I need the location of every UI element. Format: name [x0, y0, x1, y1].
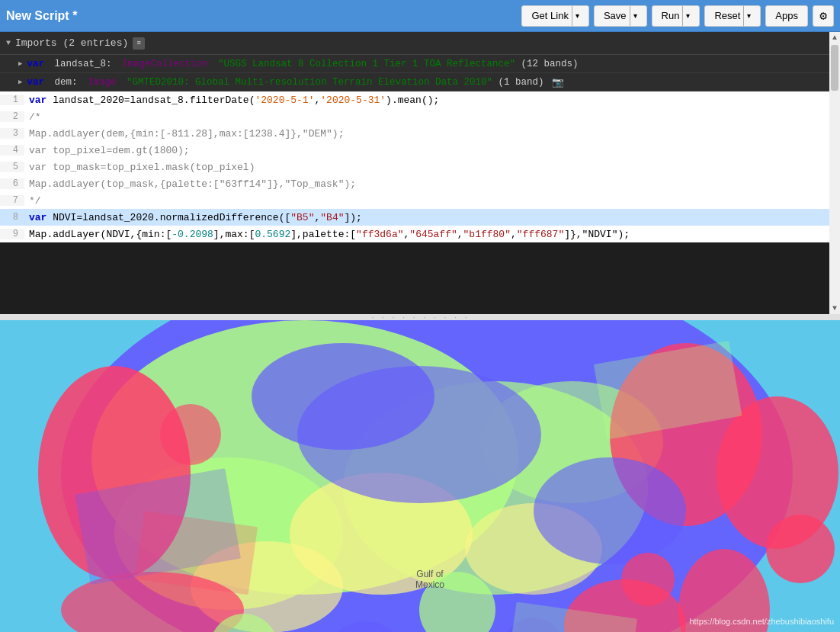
- line-content-3[interactable]: Map.addLayer(dem,{min:[-811.28],max:[123…: [24, 127, 348, 140]
- toolbar: New Script * Get Link ▾ Save ▾ Run ▾ Res…: [0, 0, 840, 32]
- imports-copy-icon[interactable]: ≡: [133, 37, 145, 50]
- line-content-1[interactable]: var landsat_2020=landsat_8.filterDate('2…: [24, 94, 444, 107]
- page-title: New Script *: [6, 9, 517, 23]
- import-dem-camera-icon[interactable]: 📷: [552, 76, 564, 88]
- scrollbar-up-icon[interactable]: ▲: [831, 32, 838, 43]
- import-landsat-name: landsat_8:: [49, 59, 117, 69]
- code-line-2: 2 /*: [0, 108, 840, 125]
- line-content-6[interactable]: Map.addLayer(top_mask,{palette:["63ff14"…: [24, 178, 361, 191]
- import-dem-type: Image: [88, 77, 117, 88]
- line-number-4: 4: [0, 145, 24, 156]
- run-button[interactable]: Run ▾: [652, 5, 701, 27]
- svg-point-19: [160, 404, 221, 465]
- save-arrow-icon[interactable]: ▾: [630, 6, 640, 26]
- import-arrow-icon: ▶: [18, 59, 22, 68]
- import-var-keyword: var: [27, 59, 44, 69]
- line-number-5: 5: [0, 162, 24, 172]
- code-line-3: 3 Map.addLayer(dem,{min:[-811.28],max:[1…: [0, 125, 840, 142]
- reset-arrow-icon[interactable]: ▾: [743, 6, 754, 26]
- imports-label: Imports (2 entries): [15, 37, 128, 49]
- import-dem-desc: "GMTED2010: Global Multi-resolution Terr…: [120, 77, 543, 88]
- panel-drag-handle[interactable]: · · · · · · · · · ·: [0, 314, 840, 320]
- line-number-9: 9: [0, 229, 24, 239]
- import-dem-arrow-icon: ▶: [18, 78, 22, 86]
- code-body: 1 var landsat_2020=landsat_8.filterDate(…: [0, 91, 840, 242]
- gulf-line1: Gulf of: [416, 569, 443, 579]
- imports-bar: ▼ Imports (2 entries) ≡: [0, 32, 840, 55]
- svg-point-17: [252, 343, 434, 450]
- code-line-5: 5 var top_mask=top_pixel.mask(top_pixel): [0, 159, 840, 175]
- line-content-7[interactable]: */: [24, 194, 46, 207]
- line-number-2: 2: [0, 111, 24, 122]
- import-entry-dem: ▶ var dem: Image "GMTED2010: Global Mult…: [0, 73, 840, 91]
- line-content-8[interactable]: var NDVI=landsat_2020.normalizedDifferen…: [24, 211, 367, 224]
- reset-label: Reset: [711, 10, 743, 21]
- import-landsat-desc: "USGS Landsat 8 Collection 1 Tier 1 TOA …: [212, 59, 578, 69]
- code-line-7: 7 */: [0, 192, 840, 209]
- gulf-of-mexico-label: Gulf of Mexico: [415, 569, 444, 590]
- save-label: Save: [601, 10, 630, 21]
- apps-button[interactable]: Apps: [765, 5, 808, 27]
- gear-button[interactable]: ⚙: [813, 5, 834, 27]
- scrollbar-thumb[interactable]: [831, 45, 838, 91]
- import-entry-landsat: ▶ var landsat_8: ImageCollection "USGS L…: [0, 55, 840, 73]
- svg-point-25: [766, 515, 835, 583]
- code-line-4: 4 var top_pixel=dem.gt(1800);: [0, 142, 840, 159]
- svg-point-22: [621, 553, 675, 606]
- line-number-1: 1: [0, 95, 24, 105]
- map-area: Gulf of Mexico https://blog.csdn.net/zhe…: [0, 320, 840, 632]
- imports-collapse-icon[interactable]: ▼: [6, 39, 11, 47]
- editor-area: ▼ Imports (2 entries) ≡ ▶ var landsat_8:…: [0, 32, 840, 314]
- gulf-line2: Mexico: [415, 579, 444, 590]
- run-label: Run: [659, 10, 683, 21]
- get-link-button[interactable]: Get Link ▾: [521, 5, 588, 27]
- save-button[interactable]: Save ▾: [594, 5, 647, 27]
- get-link-label: Get Link: [528, 10, 571, 21]
- import-dem-name: dem:: [49, 77, 83, 88]
- line-content-2[interactable]: /*: [24, 111, 46, 124]
- reset-button[interactable]: Reset ▾: [704, 5, 761, 27]
- line-content-9[interactable]: Map.addLayer(NDVI,{min:[-0.2098],max:[0.…: [24, 228, 634, 241]
- code-line-9: 9 Map.addLayer(NDVI,{min:[-0.2098],max:[…: [0, 226, 840, 242]
- run-arrow-icon[interactable]: ▾: [682, 6, 693, 26]
- svg-point-18: [534, 457, 686, 564]
- line-content-5[interactable]: var top_mask=top_pixel.mask(top_pixel): [24, 161, 259, 174]
- gear-icon: ⚙: [819, 8, 827, 24]
- code-line-1: 1 var landsat_2020=landsat_8.filterDate(…: [0, 91, 840, 108]
- watermark-text: https://blog.csdn.net/zhebushibiaoshifu: [689, 617, 834, 626]
- line-number-8: 8: [0, 212, 24, 223]
- code-line-6: 6 Map.addLayer(top_mask,{palette:["63ff1…: [0, 175, 840, 192]
- scrollbar-down-icon[interactable]: ▼: [831, 303, 838, 314]
- line-content-4[interactable]: var top_pixel=dem.gt(1800);: [24, 144, 194, 157]
- code-line-8: 8 var NDVI=landsat_2020.normalizedDiffer…: [0, 209, 840, 226]
- line-number-6: 6: [0, 178, 24, 189]
- import-landsat-type: ImageCollection: [122, 59, 208, 69]
- line-number-7: 7: [0, 195, 24, 206]
- line-number-3: 3: [0, 128, 24, 139]
- editor-scrollbar[interactable]: ▲ ▼: [829, 32, 840, 314]
- get-link-arrow-icon[interactable]: ▾: [572, 6, 582, 26]
- import-dem-var: var: [27, 77, 44, 88]
